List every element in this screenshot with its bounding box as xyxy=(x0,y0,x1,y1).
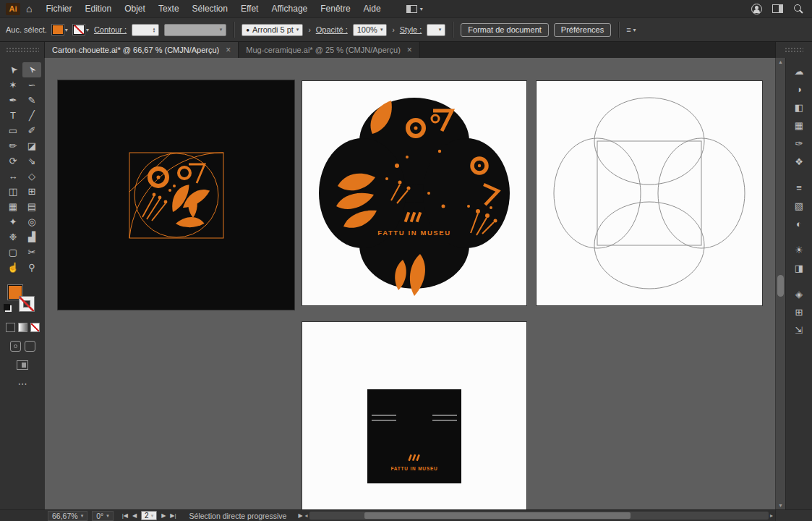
artboard-tool[interactable]: ▢ xyxy=(4,245,22,260)
rotate-tool[interactable]: ⟳ xyxy=(4,153,22,169)
brushes-panel-icon[interactable]: ✑ xyxy=(790,135,808,153)
preferences-button[interactable]: Préférences xyxy=(554,23,611,37)
shape-builder-tool[interactable]: ◫ xyxy=(4,184,22,199)
hand-tool[interactable]: ☝ xyxy=(4,260,22,275)
menu-item[interactable]: Effet xyxy=(234,0,265,17)
next-artboard-button[interactable]: ▶ xyxy=(161,512,166,519)
zoom-dropdown[interactable]: 66,67% ▾ xyxy=(48,511,87,521)
scroll-up-icon[interactable]: ▲ xyxy=(778,59,783,64)
swatches-panel-icon[interactable]: ▦ xyxy=(790,117,808,135)
slice-tool[interactable]: ✂ xyxy=(22,245,41,260)
rotation-dropdown[interactable]: 0° ▾ xyxy=(92,511,114,521)
type-tool[interactable]: T xyxy=(4,108,22,123)
document-tab[interactable]: Mug-ceramique.ai* @ 25 % (CMJN/Aperçu) × xyxy=(239,42,420,58)
perspective-grid-tool[interactable]: ⊞ xyxy=(22,184,41,199)
graphic-styles-panel-icon[interactable]: ◨ xyxy=(790,259,808,277)
scale-tool[interactable]: ⇘ xyxy=(22,153,41,169)
horizontal-scroll-thumb[interactable] xyxy=(364,512,631,519)
color-button[interactable] xyxy=(6,323,15,332)
toolbar-more-icon[interactable]: ⋯ xyxy=(18,378,27,389)
opacity-input[interactable]: 100% ▾ xyxy=(353,24,388,36)
tab-close-icon[interactable]: × xyxy=(226,46,231,54)
brush-definition-dropdown[interactable]: ▾ xyxy=(164,24,226,36)
artboard-4[interactable]: FATTU IN MUSEU xyxy=(302,322,526,509)
free-transform-tool[interactable]: ◇ xyxy=(22,169,41,184)
lasso-tool[interactable]: ∽ xyxy=(22,77,41,93)
panel-strip-grip[interactable] xyxy=(775,42,812,58)
stroke-panel-icon[interactable]: ≡ xyxy=(790,179,808,197)
artboard-1[interactable] xyxy=(58,80,294,310)
zoom-tool[interactable]: ⚲ xyxy=(22,260,41,275)
asset-export-panel-icon[interactable]: ⇲ xyxy=(790,321,808,339)
artboard-2[interactable]: FATTU IN MUSEU xyxy=(302,81,526,305)
layers-panel-icon[interactable]: ◈ xyxy=(790,285,808,303)
symbols-panel-icon[interactable]: ❖ xyxy=(790,153,808,171)
artboard-3[interactable] xyxy=(537,81,762,305)
workspace-switcher[interactable]: ▾ xyxy=(406,5,423,13)
gradient-tool[interactable]: ▤ xyxy=(22,199,41,214)
menu-item[interactable]: Edition xyxy=(78,0,118,17)
fill-color-control[interactable]: ▾ xyxy=(52,25,68,35)
eraser-tool[interactable]: ◪ xyxy=(22,138,41,153)
toolbar-grip[interactable] xyxy=(0,42,45,58)
arrange-documents-icon[interactable] xyxy=(772,4,783,13)
home-icon[interactable]: ⌂ xyxy=(26,4,32,14)
style-panel-link[interactable]: Style : xyxy=(400,25,422,34)
menu-item[interactable]: Texte xyxy=(152,0,186,17)
menu-item[interactable]: Fichier xyxy=(39,0,78,17)
gradient-panel-icon[interactable]: ▧ xyxy=(790,197,808,215)
scroll-down-icon[interactable]: ▼ xyxy=(778,503,783,508)
search-icon[interactable] xyxy=(793,4,803,14)
style-dropdown[interactable]: ▾ xyxy=(427,24,445,36)
mesh-tool[interactable]: ▦ xyxy=(4,199,22,214)
horizontal-scrollbar[interactable]: ◂ ▸ xyxy=(305,512,773,520)
artboards-panel-icon[interactable]: ⊞ xyxy=(790,303,808,321)
shaper-tool[interactable]: ✏ xyxy=(4,138,22,153)
document-setup-button[interactable]: Format de document xyxy=(461,23,549,37)
line-segment-tool[interactable]: ╱ xyxy=(22,108,41,123)
tab-close-icon[interactable]: × xyxy=(407,46,412,54)
libraries-panel-icon[interactable]: ☁ xyxy=(790,62,808,80)
draw-behind-mode-icon[interactable] xyxy=(25,341,35,352)
first-artboard-button[interactable]: |◀ xyxy=(122,512,128,519)
menu-item[interactable]: Affichage xyxy=(265,0,314,17)
account-icon[interactable] xyxy=(751,4,762,14)
horizontal-scroll-track[interactable] xyxy=(309,512,769,520)
status-expand-icon[interactable]: ▶ xyxy=(298,512,302,519)
curvature-tool[interactable]: ✎ xyxy=(22,93,41,108)
direct-selection-tool[interactable]: ➢ xyxy=(22,62,41,77)
width-profile-dropdown[interactable]: ● Arrondi 5 pt ▾ xyxy=(242,24,303,36)
stroke-color-control[interactable]: ▾ xyxy=(73,25,89,35)
artboard-number-dropdown[interactable]: 2 ▾ xyxy=(141,511,157,520)
pen-tool[interactable]: ✒ xyxy=(4,93,22,108)
opacity-panel-link[interactable]: Opacité : xyxy=(316,25,348,34)
transparency-panel-icon[interactable]: ◐ xyxy=(790,215,808,233)
scroll-right-icon[interactable]: ▸ xyxy=(770,512,773,519)
last-artboard-button[interactable]: ▶| xyxy=(170,512,176,519)
width-tool[interactable]: ↔ xyxy=(4,169,22,184)
stroke-weight-input[interactable]: ▴▾ xyxy=(132,24,159,36)
color-guide-panel-icon[interactable]: ◧ xyxy=(790,98,808,117)
change-screen-mode-icon[interactable] xyxy=(17,360,28,370)
none-button[interactable] xyxy=(30,323,40,332)
vertical-scrollbar[interactable]: ▲ ▼ xyxy=(775,58,785,509)
flyout-chevron-icon[interactable]: › xyxy=(392,26,394,34)
stepper-arrows-icon[interactable]: ▴▾ xyxy=(153,27,155,33)
selection-tool[interactable]: ➤ xyxy=(4,62,22,77)
align-options-control[interactable]: ≡ ▾ xyxy=(626,25,636,34)
flyout-chevron-icon[interactable]: › xyxy=(308,26,310,34)
rectangle-tool[interactable]: ▭ xyxy=(4,123,22,138)
menu-item[interactable]: Fenêtre xyxy=(314,0,356,17)
canvas[interactable]: FATTU IN MUSEU xyxy=(45,58,775,509)
blend-tool[interactable]: ◎ xyxy=(22,214,41,229)
menu-item[interactable]: Aide xyxy=(357,0,388,17)
menu-item[interactable]: Sélection xyxy=(186,0,234,17)
eyedropper-tool[interactable]: ✦ xyxy=(4,214,22,229)
scroll-left-icon[interactable]: ◂ xyxy=(305,512,308,519)
stroke-panel-link[interactable]: Contour : xyxy=(94,25,127,34)
document-tab[interactable]: Carton-chouette.ai* @ 66,67 % (CMJN/Aper… xyxy=(45,42,239,58)
symbol-sprayer-tool[interactable]: ❉ xyxy=(4,229,22,245)
gradient-button[interactable] xyxy=(18,323,27,332)
color-panel-icon[interactable]: ◑ xyxy=(790,80,808,98)
previous-artboard-button[interactable]: ◀ xyxy=(132,512,137,519)
